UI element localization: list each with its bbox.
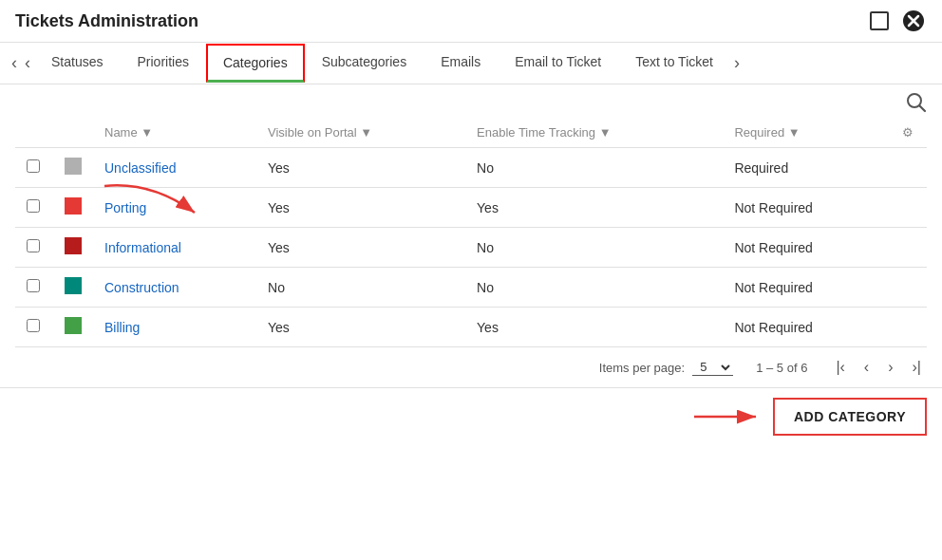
color-swatch	[65, 158, 82, 175]
table-row: Construction No No Not Required	[15, 268, 927, 308]
row-color-cell	[53, 188, 93, 228]
row-name-cell[interactable]: Billing	[93, 308, 256, 347]
row-checkbox[interactable]	[27, 159, 40, 173]
row-enable-time-tracking: Yes	[465, 188, 723, 228]
row-name-link[interactable]: Unclassified	[104, 160, 176, 176]
toolbar-row	[0, 84, 942, 118]
app-title: Tickets Administration	[15, 11, 198, 31]
required-sort-icon: ▼	[788, 125, 801, 140]
row-required: Required	[723, 148, 889, 188]
row-name-cell[interactable]: Construction	[93, 268, 256, 308]
row-name-cell[interactable]: Unclassified	[93, 148, 256, 188]
row-settings-cell	[889, 188, 927, 228]
search-button[interactable]	[906, 92, 927, 118]
row-checkbox[interactable]	[27, 279, 40, 292]
table-container: Name ▼ Visible on Portal ▼ Enable Time T…	[0, 118, 942, 347]
table-row: Informational Yes No Not Required	[15, 228, 927, 268]
row-name-link[interactable]: Billing	[104, 320, 140, 335]
page-first-btn[interactable]: |‹	[830, 357, 850, 378]
row-color-cell	[53, 308, 93, 347]
col-header-settings[interactable]: ⚙	[889, 118, 927, 148]
name-sort-icon: ▼	[141, 125, 153, 140]
close-icon[interactable]	[900, 8, 927, 34]
row-name-link[interactable]: Construction	[104, 280, 179, 295]
settings-gear-icon[interactable]: ⚙	[902, 125, 914, 140]
footer-row: ADD CATEGORY	[0, 387, 942, 445]
row-name-cell[interactable]: Porting	[93, 188, 256, 228]
tab-prev2-btn[interactable]: ‹	[21, 46, 34, 81]
tab-statuses[interactable]: Statuses	[34, 43, 120, 84]
tab-subcategories[interactable]: Subcategories	[305, 43, 424, 84]
row-enable-time-tracking: No	[465, 228, 723, 268]
table-row: Unclassified Yes No Required	[15, 148, 927, 188]
svg-rect-0	[871, 12, 888, 29]
row-color-cell	[53, 148, 93, 188]
add-category-button[interactable]: ADD CATEGORY	[773, 398, 927, 436]
row-name-link[interactable]: Informational	[104, 240, 181, 255]
row-checkbox-cell	[15, 148, 53, 188]
row-checkbox[interactable]	[27, 239, 40, 252]
maximize-icon[interactable]	[866, 8, 893, 34]
row-enable-time-tracking: No	[465, 268, 723, 308]
tab-text-to-ticket[interactable]: Text to Ticket	[618, 43, 730, 84]
tab-emails[interactable]: Emails	[424, 43, 498, 84]
color-swatch	[65, 317, 82, 334]
table-wrapper: Name ▼ Visible on Portal ▼ Enable Time T…	[0, 118, 942, 347]
pagination-row: Items per page: 5 10 25 50 1 – 5 of 6 |‹…	[0, 347, 942, 387]
footer-arrow-annotation	[689, 402, 765, 431]
tab-priorities[interactable]: Priorities	[120, 43, 205, 84]
row-visible-on-portal: Yes	[256, 228, 465, 268]
row-required: Not Required	[723, 188, 889, 228]
tab-next-btn[interactable]: ›	[730, 46, 744, 81]
row-settings-cell	[889, 308, 927, 347]
color-swatch	[65, 277, 82, 294]
col-header-name[interactable]: Name ▼	[93, 118, 256, 148]
row-checkbox[interactable]	[27, 199, 40, 213]
row-enable-time-tracking: No	[465, 148, 723, 188]
table-row: Billing Yes Yes Not Required	[15, 308, 927, 347]
row-settings-cell	[889, 268, 927, 308]
page-next-btn[interactable]: ›	[882, 357, 898, 378]
col-header-required[interactable]: Required ▼	[723, 118, 889, 148]
row-settings-cell	[889, 148, 927, 188]
row-checkbox-cell	[15, 308, 53, 347]
col-header-color	[53, 118, 93, 148]
row-visible-on-portal: Yes	[256, 148, 465, 188]
row-checkbox-cell	[15, 268, 53, 308]
row-color-cell	[53, 268, 93, 308]
row-required: Not Required	[723, 228, 889, 268]
tab-email-to-ticket[interactable]: Email to Ticket	[498, 43, 618, 84]
color-swatch	[65, 197, 82, 215]
page-last-btn[interactable]: ›|	[907, 357, 927, 378]
tab-prev-btn[interactable]: ‹	[8, 46, 21, 81]
col-header-enable-time-tracking[interactable]: Enable Time Tracking ▼	[465, 118, 723, 148]
items-per-page-label: Items per page:	[599, 361, 685, 375]
categories-table: Name ▼ Visible on Portal ▼ Enable Time T…	[15, 118, 927, 347]
row-required: Not Required	[723, 268, 889, 308]
row-checkbox[interactable]	[27, 319, 40, 332]
row-required: Not Required	[723, 308, 889, 347]
row-enable-time-tracking: Yes	[465, 308, 723, 347]
tab-categories[interactable]: Categories	[206, 44, 305, 83]
row-name-link[interactable]: Porting	[104, 200, 146, 215]
portal-sort-icon: ▼	[360, 125, 372, 140]
row-visible-on-portal: Yes	[256, 308, 465, 347]
col-header-visible-on-portal[interactable]: Visible on Portal ▼	[256, 118, 465, 148]
row-visible-on-portal: No	[256, 268, 465, 308]
row-name-cell[interactable]: Informational	[93, 228, 256, 268]
tabs-bar: ‹ ‹ Statuses Priorities Categories Subca…	[0, 43, 942, 84]
row-checkbox-cell	[15, 188, 53, 228]
row-color-cell	[53, 228, 93, 268]
col-header-checkbox	[15, 118, 53, 148]
row-settings-cell	[889, 228, 927, 268]
app-header: Tickets Administration	[0, 0, 942, 43]
pagination-range: 1 – 5 of 6	[756, 361, 807, 375]
page-prev-btn[interactable]: ‹	[858, 357, 875, 378]
header-icons	[866, 8, 927, 34]
color-swatch	[65, 237, 82, 254]
svg-line-5	[920, 106, 926, 112]
table-row: Porting Yes Yes Not Required	[15, 188, 927, 228]
time-sort-icon: ▼	[599, 125, 612, 140]
items-per-page-select[interactable]: 5 10 25 50	[692, 359, 733, 376]
row-checkbox-cell	[15, 228, 53, 268]
